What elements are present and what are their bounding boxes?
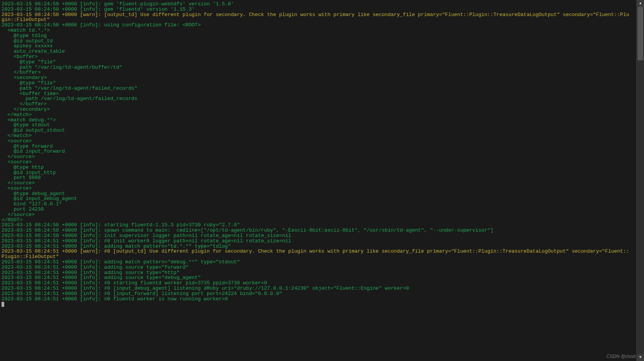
log-line: gin::FileOutput" [2, 17, 635, 23]
log-line: @type "file" [2, 81, 635, 86]
log-line: @type stdout [2, 122, 635, 128]
log-line: <source> [2, 186, 635, 191]
log-line: @type "file" [2, 60, 635, 65]
log-line: port 8888 [2, 175, 635, 180]
log-line: 2023-03-15 08:24:50 +0000 [info]: using … [2, 23, 635, 28]
cursor [2, 302, 4, 307]
log-line: <source> [2, 160, 635, 165]
log-line: @id output_stdout [2, 128, 635, 133]
log-line: 2023-03-15 08:24:51 +0000 [info]: #0 sta… [2, 280, 635, 286]
log-line: 2023-03-15 08:24:50 +0000 [info]: gem 'f… [2, 7, 635, 12]
scrollbar[interactable]: ▲ ▼ [636, 0, 644, 361]
log-line: </source> [2, 180, 635, 186]
log-line: @id input_forward [2, 149, 635, 154]
log-line: 2023-03-15 08:24:51 +0000 [info]: adding… [2, 270, 635, 276]
scrollbar-thumb[interactable] [638, 7, 643, 60]
log-line: </source> [2, 154, 635, 160]
log-line: <buffer> [2, 54, 635, 60]
log-line: </match> [2, 112, 635, 118]
terminal-output[interactable]: 2023-03-15 08:24:50 +0000 [info]: gem 'f… [0, 0, 637, 361]
log-line: 2023-03-15 08:24:50 +0000 [info]: init s… [2, 233, 635, 239]
log-line: 2023-03-15 08:24:51 +0000 [warn]: #0 [ou… [2, 249, 635, 254]
log-line: @id input_debug_agent [2, 196, 635, 201]
log-line: 2023-03-15 08:24:51 +0000 [info]: #0 [in… [2, 286, 635, 291]
log-line: <buffer time> [2, 91, 635, 97]
log-line: 2023-03-15 08:24:50 +0000 [info]: starti… [2, 222, 635, 228]
log-line: 2023-03-15 08:24:51 +0000 [info]: adding… [2, 259, 635, 265]
cursor-line [2, 301, 635, 307]
log-line: apikey xxxxxx [2, 44, 635, 49]
log-line: port 24230 [2, 207, 635, 212]
log-line: @type debug_agent [2, 191, 635, 197]
log-line: </match> [2, 133, 635, 139]
log-line: bind "127.0.0.1" [2, 201, 635, 207]
log-line: 2023-03-15 08:24:51 +0000 [info]: #0 ini… [2, 239, 635, 244]
log-line: @type forward [2, 144, 635, 149]
log-line: 2023-03-15 08:24:51 +0000 [info]: #0 flu… [2, 297, 635, 302]
log-line: 2023-03-15 08:24:51 +0000 [info]: adding… [2, 275, 635, 280]
log-line: </source> [2, 212, 635, 218]
log-line: <source> [2, 139, 635, 144]
log-line: 2023-03-15 08:24:51 +0000 [info]: adding… [2, 244, 635, 249]
log-line: Plugin::FileOutput" [2, 254, 635, 259]
log-line: </ROOT> [2, 218, 635, 223]
log-line: @type tdlog [2, 33, 635, 39]
log-line: </secondary> [2, 107, 635, 112]
log-line: path "/var/log/td-agent/buffer/td" [2, 65, 635, 70]
scroll-down-button[interactable]: ▼ [637, 354, 644, 361]
log-line: 2023-03-15 08:24:50 +0000 [info]: gem 'f… [2, 2, 635, 7]
log-line: <match td.*.*> [2, 28, 635, 33]
log-line: @id input_http [2, 170, 635, 176]
log-line: path /var/log/td-agent/failed_records [2, 96, 635, 102]
watermark-text: CSDN @clvsit [607, 354, 636, 359]
scroll-up-button[interactable]: ▲ [637, 0, 644, 7]
log-line: </buffer> [2, 70, 635, 75]
log-line: </buffer> [2, 102, 635, 107]
log-line: @id output_td [2, 39, 635, 44]
log-line: path "/var/log/td-agent/failed_records" [2, 86, 635, 91]
log-line: <secondary> [2, 75, 635, 81]
scrollbar-track[interactable] [637, 7, 644, 354]
log-line: @type http [2, 165, 635, 170]
log-line: 2023-03-15 08:24:51 +0000 [info]: #0 [in… [2, 291, 635, 297]
log-line: 2023-03-15 08:24:50 +0000 [warn]: [outpu… [2, 12, 635, 18]
log-line: <match debug.**> [2, 118, 635, 123]
log-line: 2023-03-15 08:24:51 +0000 [info]: adding… [2, 265, 635, 270]
log-line: 2023-03-15 08:24:50 +0000 [info]: spawn … [2, 228, 635, 233]
log-line: auto_create_table [2, 49, 635, 54]
